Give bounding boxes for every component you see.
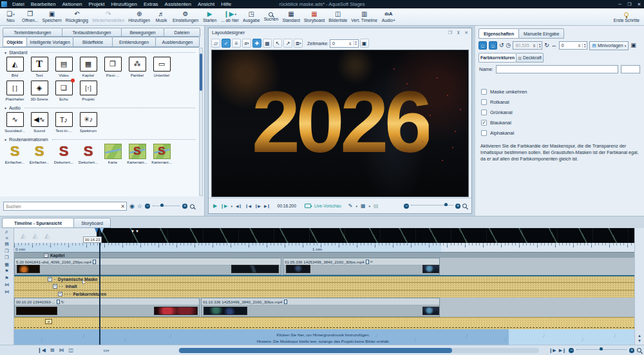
star-icon[interactable]: ☆: [137, 203, 142, 209]
scrollbar-thumb[interactable]: [179, 348, 452, 353]
toolbox-scrollbar[interactable]: [199, 48, 203, 196]
preview-zoom-icon[interactable]: [462, 204, 467, 208]
scroll-down-icon[interactable]: ▼: [638, 339, 641, 343]
menu-hilfe[interactable]: Hilfe: [218, 0, 234, 8]
zoom-sel-icon[interactable]: ⊠: [50, 347, 55, 353]
object-item-echo[interactable]: ❏Echo: [52, 81, 76, 101]
checkbox-alphakanal[interactable]: Alphakanal: [481, 128, 639, 138]
music-track[interactable]: Klicken Sie hier, um Hintergrundmusik hi…: [14, 329, 634, 345]
tab-bewegungen[interactable]: Bewegungen: [121, 28, 164, 37]
first-steps-button[interactable]: Erste Schritte: [612, 8, 641, 25]
toolbar-button-starten[interactable]: ▶Starten: [200, 8, 219, 25]
timeline-clip[interactable]: 5.20 0041841-uhd_4096_2160_25fps.mp4: [14, 258, 281, 275]
raster-button[interactable]: ▦: [263, 39, 272, 48]
object-item-flexi[interactable]: ❒Flexi-...: [100, 57, 125, 77]
menu-extras[interactable]: Extras: [140, 0, 162, 8]
toolbar-button-rückgängig[interactable]: ↶Rückgängig: [64, 8, 90, 25]
object-item-partikel[interactable]: ⁂Partikel: [125, 57, 149, 77]
layers-icon[interactable]: ❒: [5, 249, 8, 254]
playhead[interactable]: [99, 228, 100, 345]
timeline-clip[interactable]: 01:05.336 14253499_3840_2160_30fps.mp4∞: [283, 258, 440, 275]
farbkorrekturen-track-header[interactable]: − ··· Farbkorrekturen: [14, 290, 634, 298]
grid2-icon[interactable]: ▦: [5, 262, 9, 267]
flag-icon[interactable]: ⚑: [5, 269, 8, 274]
minimize-icon[interactable]: ─: [615, 0, 625, 8]
step-back-button[interactable]: ❙◀: [245, 203, 252, 209]
tab-farbkorrekturen[interactable]: Farbkorrekturen: [478, 53, 516, 62]
film-options-icon[interactable]: ▾: [108, 349, 109, 352]
grid-options-icon[interactable]: ▾: [368, 204, 370, 208]
inhalt-track-header[interactable]: − ·· Inhalt: [14, 282, 634, 290]
timeline-zoom-out-icon[interactable]: −: [569, 348, 574, 353]
tab-intelligente-vorlagen[interactable]: Intelligente Vorlagen: [26, 37, 73, 47]
empty-track[interactable]: ≋: [14, 317, 634, 329]
toolbar-button-neu[interactable]: ❏▾Neu: [1, 8, 20, 25]
toolbar-button-verttimeline[interactable]: ▥Vert. Timeline: [349, 8, 379, 25]
track-toggle-b-icon[interactable]: ◻: [489, 41, 497, 50]
checkbox-box[interactable]: [481, 130, 487, 136]
tab-eigenschaften[interactable]: Eigenschaften: [478, 28, 519, 39]
ruler-icon[interactable]: ≡: [5, 236, 8, 240]
pin-icon[interactable]: ⊻: [457, 30, 460, 35]
object-item-kartenani[interactable]: SKartenani...: [125, 144, 149, 164]
play-options-icon[interactable]: ▾: [231, 204, 232, 208]
preview-zoom-in-icon[interactable]: +: [455, 204, 460, 209]
object-item-karte[interactable]: Karte: [100, 144, 125, 164]
panel-maximize-icon[interactable]: ❐: [448, 30, 452, 35]
tab-einblendungen[interactable]: Einblendungen: [112, 37, 156, 47]
menu-aktionen[interactable]: Aktionen: [59, 0, 85, 8]
tab-bildeffekte[interactable]: Bildeffekte: [73, 37, 113, 47]
clock-icon[interactable]: ◷: [506, 41, 511, 50]
live-preview-label[interactable]: Live-Vorschau: [314, 204, 341, 208]
save-preset-icon[interactable]: ▣: [630, 41, 636, 50]
flag-icon[interactable]: ⚑: [5, 276, 8, 281]
tab-ausblendungen[interactable]: Ausblendungen: [155, 37, 200, 47]
edit-options-icon[interactable]: ▾: [355, 204, 357, 208]
section-header-audio[interactable]: ▼Audio: [4, 106, 195, 110]
eye-icon[interactable]: ◉: [129, 203, 135, 209]
play-from-button[interactable]: ❙▶: [220, 203, 227, 209]
film-small-icon[interactable]: ▭: [103, 348, 108, 353]
path-prev-button[interactable]: ↖: [273, 39, 282, 48]
skip-fwd-icon[interactable]: ▶❙: [559, 348, 566, 353]
collapse-icon[interactable]: −: [48, 277, 52, 282]
checkbox-rotkanal[interactable]: Rotkanal: [481, 97, 639, 107]
checkbox-blaukanal[interactable]: ✓Blaukanal: [481, 117, 639, 128]
tab-objekte[interactable]: Objekte: [3, 37, 27, 47]
object-item-einfacher[interactable]: SEinfacher...: [27, 144, 52, 164]
playhead-marker-icon[interactable]: [95, 228, 104, 233]
toolbar-button-abhier[interactable]: ❙▶▾... ab hier: [219, 8, 241, 25]
clear-search-icon[interactable]: ✕: [120, 204, 125, 209]
layout-designer-titlebar[interactable]: Layoutdesigner ❐ ⊻ ✕: [209, 28, 471, 37]
skip-forward-button[interactable]: ▶❙: [264, 203, 270, 209]
object-item-bild[interactable]: ◭Bild: [3, 57, 27, 77]
timeline-zoom-slider[interactable]: [576, 348, 627, 350]
tab-dateien[interactable]: Dateien: [164, 28, 200, 37]
zeitmarke-spinner[interactable]: 0 s ▲▼: [330, 39, 358, 48]
mask-track-header[interactable]: − · Dynamische Maske: [14, 275, 634, 282]
object-item-kartenani[interactable]: SKartenani...: [149, 144, 174, 164]
object-item-spektrum[interactable]: ✳♪Spektrum: [76, 112, 100, 133]
object-item-textin[interactable]: T♪Text-in-...: [52, 112, 76, 133]
ghost-icon[interactable]: ▤: [374, 203, 379, 209]
play-button[interactable]: ▶: [213, 203, 217, 209]
step-forward-button[interactable]: ❙▶: [254, 203, 261, 209]
toolbar-button-bilderliste[interactable]: ◫Bilderliste: [327, 8, 349, 25]
object-item-kapitel[interactable]: ▦Kapitel: [76, 57, 100, 77]
menu-assistenten[interactable]: Assistenten: [162, 0, 194, 8]
name-extra-field[interactable]: [621, 65, 640, 73]
toolbar-button-standard[interactable]: ▦Standard: [280, 8, 301, 25]
checkbox-box[interactable]: [481, 99, 487, 105]
object-item-sound[interactable]: ◀∿Sound: [27, 112, 52, 133]
object-item-video[interactable]: ▤Video: [52, 57, 76, 77]
save-timemark-button[interactable]: ▣: [360, 39, 369, 48]
zoom-in-icon[interactable]: +: [182, 204, 187, 209]
checkbox-maske-umkehren[interactable]: Maske umkehren: [481, 86, 639, 97]
tab-textausblendungen[interactable]: Textausblendungen: [62, 28, 122, 37]
path-next-button[interactable]: ↗: [283, 39, 292, 48]
timeline-filmstrip[interactable]: ◭ ◭ ◭ ▼▼: [14, 228, 634, 243]
object-item-dekoriert[interactable]: SDekoriert...: [52, 144, 76, 164]
toolbar-button-ausgabe[interactable]: ◳Ausgabe: [241, 8, 261, 25]
kapitel-track-header[interactable]: − Kapitel: [14, 252, 634, 258]
layers-icon[interactable]: ❒: [5, 255, 8, 260]
